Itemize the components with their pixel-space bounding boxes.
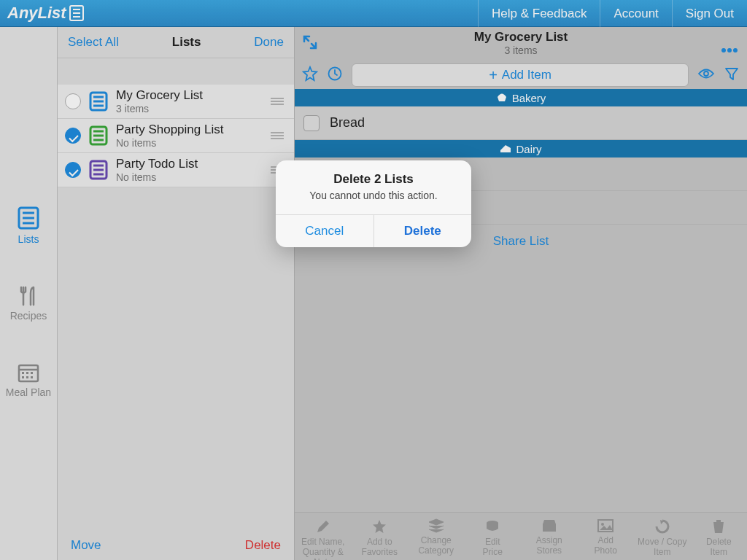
delete-confirm-modal: Delete 2 Lists You cannot undo this acti…	[276, 160, 471, 247]
modal-cancel-button[interactable]: Cancel	[276, 215, 374, 247]
modal-title: Delete 2 Lists	[276, 160, 471, 187]
modal-overlay	[0, 0, 747, 560]
modal-delete-button[interactable]: Delete	[374, 215, 472, 247]
modal-subtitle: You cannot undo this action.	[276, 187, 471, 214]
